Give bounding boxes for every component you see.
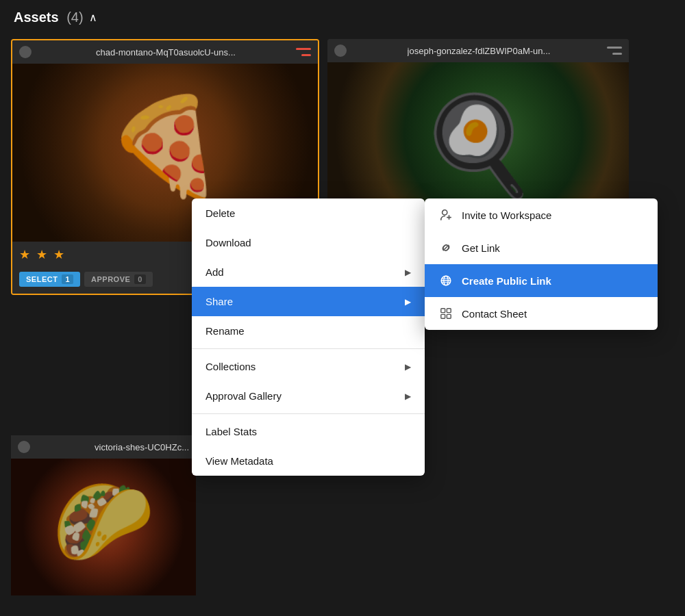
separator-2 [192,413,425,414]
collections-arrow: ▶ [405,362,411,372]
card-3-select-circle[interactable] [18,441,30,453]
svg-rect-9 [447,314,451,318]
svg-rect-7 [447,309,451,313]
asset-card-3: victoria-shes-UC0HZc... [11,435,196,595]
globe-icon [438,273,453,288]
svg-rect-6 [441,309,445,313]
person-icon [438,207,453,222]
submenu-item-invite[interactable]: Invite to Workspace [425,198,658,231]
page-title: Assets (4) [14,10,84,25]
card-3-header: victoria-shes-UC0HZc... [11,435,196,459]
svg-rect-8 [441,314,445,318]
separator-1 [192,348,425,349]
submenu-item-create-public-link[interactable]: Create Public Link [425,264,658,297]
menu-item-delete[interactable]: Delete [192,198,425,228]
add-arrow: ▶ [405,268,411,277]
card-3-filename: victoria-shes-UC0HZc... [95,442,189,452]
card-1-menu-icon[interactable] [295,46,311,58]
collapse-chevron[interactable]: ∧ [89,11,97,24]
card-2-header: joseph-gonzalez-fdlZBWIP0aM-un... [327,39,629,62]
mexican-food-image [11,459,196,595]
card-2-menu-icon[interactable] [606,44,622,57]
card-1-header: chad-montano-MqT0asuolcU-uns... [12,40,318,64]
app-header: Assets (4) ∧ [0,0,685,35]
approval-arrow: ▶ [405,392,411,401]
card-1-filename: chad-montano-MqT0asuolcU-uns... [96,47,236,57]
select-button[interactable]: SELECT 1 [19,272,80,287]
select-count: 1 [62,274,73,284]
menu-item-add[interactable]: Add ▶ [192,257,425,287]
context-menu: Delete Download Add ▶ Share ▶ Rename Col… [192,198,425,476]
menu-item-collections[interactable]: Collections ▶ [192,352,425,381]
card-2-filename: joseph-gonzalez-fdlZBWIP0aM-un... [408,46,551,56]
menu-item-view-metadata[interactable]: View Metadata [192,446,425,476]
card-1-select-circle[interactable] [19,46,32,58]
menu-item-approval-gallery[interactable]: Approval Gallery ▶ [192,381,425,411]
menu-item-share[interactable]: Share ▶ [192,287,425,316]
share-submenu: Invite to Workspace Get Link Create Publ… [425,198,658,330]
menu-item-download[interactable]: Download [192,228,425,257]
link-icon [438,240,453,255]
submenu-item-get-link[interactable]: Get Link [425,231,658,264]
menu-item-label-stats[interactable]: Label Stats [192,417,425,446]
svg-point-0 [443,210,447,215]
submenu-item-contact-sheet[interactable]: Contact Sheet [425,297,658,330]
card-1-stars: ★ ★ ★ [19,247,66,262]
grid-icon [438,306,453,321]
card-3-image [11,459,196,595]
approve-button[interactable]: APPROVE 0 [84,272,153,287]
approve-count: 0 [134,274,146,284]
share-arrow: ▶ [405,297,411,307]
card-2-select-circle[interactable] [334,44,347,57]
menu-item-rename[interactable]: Rename [192,316,425,346]
